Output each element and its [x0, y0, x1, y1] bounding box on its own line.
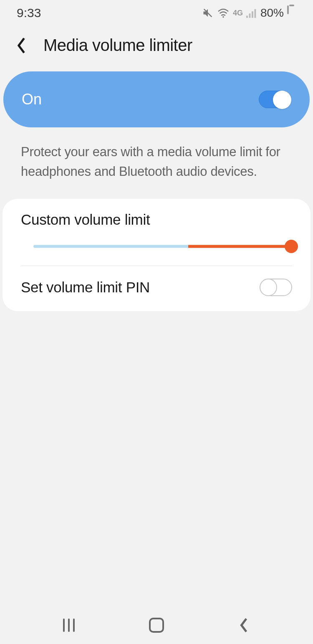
set-pin-switch[interactable] [260, 279, 292, 296]
svg-rect-2 [246, 16, 248, 18]
page-title: Media volume limiter [43, 36, 192, 55]
set-pin-row[interactable]: Set volume limit PIN [3, 266, 310, 311]
home-icon [149, 618, 164, 633]
svg-rect-4 [252, 11, 253, 18]
custom-volume-limit-label: Custom volume limit [21, 211, 292, 228]
network-icon: 4G [233, 9, 243, 18]
svg-rect-3 [249, 13, 250, 18]
svg-point-1 [222, 16, 224, 18]
navigation-bar [0, 611, 313, 644]
slider-track [33, 245, 291, 248]
status-icons: 4G 80% [202, 6, 296, 20]
description-text: Protect your ears with a media volume li… [0, 127, 313, 195]
status-battery-pct: 80% [260, 6, 284, 20]
back-icon [240, 618, 249, 633]
status-bar: 9:33 4G 80% [0, 0, 313, 24]
status-time: 9:33 [17, 6, 41, 20]
slider-thumb[interactable] [285, 240, 298, 253]
settings-card: Custom volume limit Set volume limit PIN [3, 199, 310, 311]
battery-icon [287, 6, 296, 20]
switch-knob [273, 91, 291, 109]
recents-button[interactable] [56, 613, 81, 638]
nav-back-button[interactable] [232, 613, 257, 638]
signal-icon [246, 8, 257, 18]
custom-volume-limit-row: Custom volume limit [3, 199, 310, 266]
page-header: Media volume limiter [0, 24, 313, 71]
slider-over-threshold [188, 245, 291, 248]
master-toggle-row[interactable]: On [3, 71, 310, 127]
set-pin-label: Set volume limit PIN [21, 279, 150, 296]
back-button[interactable] [17, 38, 32, 53]
switch-knob [260, 279, 277, 296]
home-button[interactable] [144, 613, 169, 638]
master-toggle-switch[interactable] [259, 91, 291, 108]
wifi-icon [217, 8, 230, 18]
mute-icon [202, 7, 214, 19]
recents-icon [63, 619, 75, 632]
svg-rect-5 [254, 9, 256, 18]
volume-limit-slider[interactable] [33, 241, 291, 252]
master-toggle-label: On [22, 91, 42, 108]
